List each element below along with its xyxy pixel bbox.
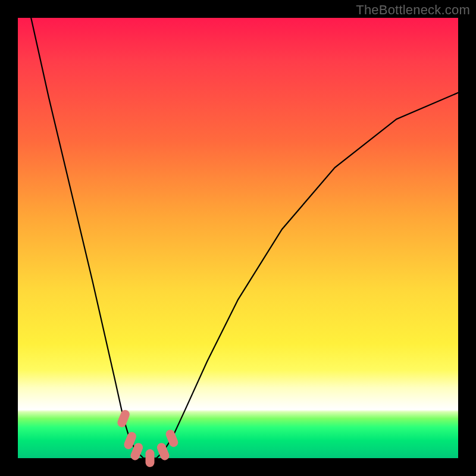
- curve-markers: [116, 409, 180, 467]
- curve-marker: [146, 449, 155, 467]
- bottleneck-curve: [31, 18, 458, 458]
- plot-area: [18, 18, 458, 458]
- curve-svg: [18, 18, 458, 458]
- chart-stage: TheBottleneck.com: [0, 0, 476, 476]
- attribution-text: TheBottleneck.com: [356, 2, 470, 18]
- curve-marker: [116, 409, 131, 428]
